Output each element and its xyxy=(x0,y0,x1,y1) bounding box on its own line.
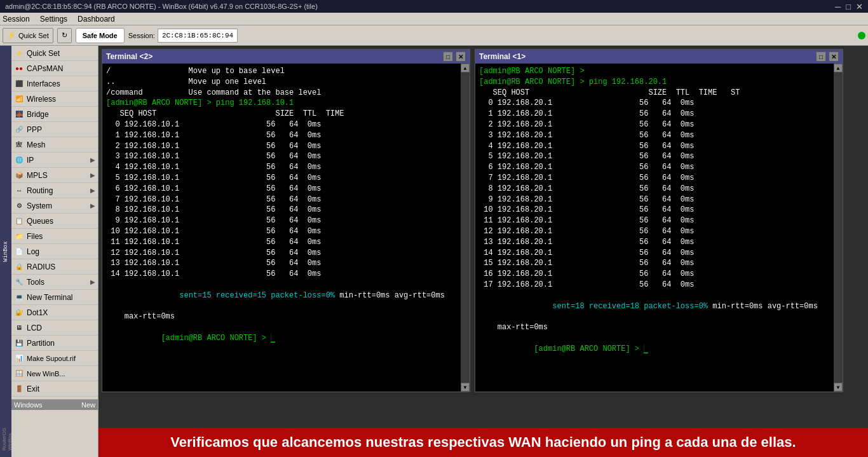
wireless-icon: 📶 xyxy=(14,94,24,104)
sidebar-item-new-winbox[interactable]: 🪟 New WinB... xyxy=(11,366,98,381)
terminal-2-scroll-down[interactable]: ▼ xyxy=(461,383,470,392)
mpls-arrow: ▶ xyxy=(90,172,95,179)
subtitle-text: Verificamos que alcancemos nuestras resp… xyxy=(170,434,796,450)
log-icon: 📄 xyxy=(14,247,24,257)
terminal-1-row: 7 192.168.20.1 56 64 0ms xyxy=(479,173,830,184)
terminal-2-row: 9 192.168.10.1 56 64 0ms xyxy=(106,215,457,226)
quick-set-button[interactable]: ⚡Quick Set xyxy=(3,28,53,43)
sidebar-item-ip[interactable]: 🌐 IP ▶ xyxy=(11,153,98,168)
terminal-2-title: Terminal <2> xyxy=(106,52,153,61)
routing-icon: ↔ xyxy=(14,186,24,196)
make-supout-icon: 📊 xyxy=(14,353,24,364)
terminal-1-scrollbar[interactable]: ▲ ▼ xyxy=(834,64,843,392)
refresh-button[interactable]: ↻ xyxy=(57,28,72,43)
terminal-1-controls: □ ✕ xyxy=(816,51,839,62)
sidebar-item-wireless[interactable]: 📶 Wireless xyxy=(11,92,98,107)
radius-icon: 🔒 xyxy=(14,262,24,272)
tools-icon: 🔧 xyxy=(14,277,24,287)
terminal-2-titlebar[interactable]: Terminal <2> □ ✕ xyxy=(102,50,470,64)
minimize-button[interactable]: ─ xyxy=(835,2,841,11)
sidebar-label-capsman: CAPsMAN xyxy=(27,64,63,73)
terminal-1-row: 14 192.168.20.1 56 64 0ms xyxy=(479,248,830,259)
sidebar-item-make-supout[interactable]: 📊 Make Supout.rif xyxy=(11,351,98,366)
sidebar-item-dot1x[interactable]: 🔐 Dot1X xyxy=(11,305,98,320)
menu-dashboard[interactable]: Dashboard xyxy=(78,15,115,24)
title-bar-controls: ─ □ ✕ xyxy=(835,2,863,11)
terminal-1-row: 15 192.168.20.1 56 64 0ms xyxy=(479,258,830,269)
sidebar-item-quickset[interactable]: ⚡ Quick Set xyxy=(11,46,98,61)
terminal-1-titlebar[interactable]: Terminal <1> □ ✕ xyxy=(475,50,843,64)
sidebar-item-queues[interactable]: 📋 Queues xyxy=(11,214,98,229)
connection-status-dot xyxy=(858,32,865,39)
terminal-2-row: 5 192.168.10.1 56 64 0ms xyxy=(106,173,457,184)
sidebar-item-interfaces[interactable]: ⬛ Interfaces xyxy=(11,76,98,92)
sidebar-item-system[interactable]: ⚙ System ▶ xyxy=(11,198,98,214)
sidebar-item-partition[interactable]: 💾 Partition xyxy=(11,336,98,351)
terminal-2-scrollbar[interactable]: ▲ ▼ xyxy=(461,64,470,392)
menu-settings[interactable]: Settings xyxy=(40,15,67,24)
terminal-window-1: Terminal <1> □ ✕ [admin@RB ARCO NORTE] >… xyxy=(475,49,843,392)
sidebar-item-routing[interactable]: ↔ Routing ▶ xyxy=(11,183,98,198)
sidebar-label-routing: Routing xyxy=(27,186,53,195)
terminal-1-row: 5 192.168.20.1 56 64 0ms xyxy=(479,151,830,162)
sidebar-item-radius[interactable]: 🔒 RADIUS xyxy=(11,259,98,275)
terminal-1-close[interactable]: ✕ xyxy=(829,51,839,62)
session-value: 2C:C8:1B:65:8C:94 xyxy=(158,29,238,43)
sidebar-item-bridge[interactable]: 🌉 Bridge xyxy=(11,107,98,122)
sidebar-item-mesh[interactable]: 🕸 Mesh xyxy=(11,137,98,153)
routing-arrow: ▶ xyxy=(90,187,95,194)
sidebar-label-lcd: LCD xyxy=(27,324,42,332)
terminal-2-controls: □ ✕ xyxy=(443,51,466,62)
terminal-1-row: 11 192.168.20.1 56 64 0ms xyxy=(479,215,830,226)
files-icon: 📁 xyxy=(14,231,24,242)
sidebar-item-lcd[interactable]: 🖥 LCD xyxy=(11,320,98,336)
terminal-1-row: 4 192.168.20.1 56 64 0ms xyxy=(479,141,830,152)
terminal-2-row: 6 192.168.10.1 56 64 0ms xyxy=(106,184,457,194)
dot1x-icon: 🔐 xyxy=(14,308,24,318)
terminal-1-row: 17 192.168.20.1 56 64 0ms xyxy=(479,280,830,290)
terminal-2-summary: sent=15 received=15 packet-loss=0% min-r… xyxy=(106,280,457,311)
sidebar-item-ppp[interactable]: 🔗 PPP xyxy=(11,122,98,137)
terminal-2-row: 1 192.168.10.1 56 64 0ms xyxy=(106,130,457,141)
sidebar-item-log[interactable]: 📄 Log xyxy=(11,244,98,259)
terminal-1-row: 9 192.168.20.1 56 64 0ms xyxy=(479,194,830,205)
queues-icon: 📋 xyxy=(14,216,24,226)
menu-session[interactable]: Session xyxy=(3,15,30,24)
sidebar-label-radius: RADIUS xyxy=(27,263,55,271)
maximize-button[interactable]: □ xyxy=(846,2,851,11)
sidebar-label-wireless: Wireless xyxy=(27,95,56,104)
terminal-2-close[interactable]: ✕ xyxy=(456,51,466,62)
terminal-1-maximize[interactable]: □ xyxy=(816,51,826,62)
sidebar-item-files[interactable]: 📁 Files xyxy=(11,229,98,244)
content-area: Terminal <2> □ ✕ / Move up to base level… xyxy=(98,46,868,457)
terminal-1-body[interactable]: [admin@RB ARCO NORTE] > [admin@RB ARCO N… xyxy=(475,64,834,392)
terminal-1-maxrtt: max-rtt=0ms xyxy=(479,322,830,333)
sidebar: WinBox ⚡ Quick Set ●● CAPsMAN ⬛ Interfac… xyxy=(0,46,98,457)
partition-icon: 💾 xyxy=(14,338,24,348)
sidebar-item-tools[interactable]: 🔧 Tools ▶ xyxy=(11,275,98,290)
capsman-icon: ●● xyxy=(14,64,24,74)
sidebar-item-new-terminal[interactable]: 💻 New Terminal xyxy=(11,290,98,305)
sidebar-item-exit[interactable]: 🚪 Exit xyxy=(11,381,98,397)
sidebar-label-new-winbox: New WinB... xyxy=(27,370,65,378)
terminal-1-scroll-up[interactable]: ▲ xyxy=(834,64,843,72)
title-bar: admin@2C:C8:1B:b5:8C:94 (RB ARCO NORTE) … xyxy=(0,0,868,13)
system-arrow: ▶ xyxy=(90,202,95,209)
windows-new-button[interactable]: New xyxy=(81,401,95,409)
sidebar-item-capsman[interactable]: ●● CAPsMAN xyxy=(11,61,98,76)
terminal-2-body[interactable]: / Move up to base level .. Move up one l… xyxy=(102,64,461,392)
close-button[interactable]: ✕ xyxy=(856,2,863,11)
terminal-1-row: 10 192.168.20.1 56 64 0ms xyxy=(479,205,830,215)
sidebar-label-system: System xyxy=(27,201,52,210)
tools-arrow: ▶ xyxy=(90,278,95,285)
terminal-1-summary: sent=18 received=18 packet-loss=0% min-r… xyxy=(479,290,830,322)
safe-mode-button[interactable]: Safe Mode xyxy=(76,28,125,43)
terminal-2-row: 11 192.168.10.1 56 64 0ms xyxy=(106,237,457,248)
terminal-2-row: 8 192.168.10.1 56 64 0ms xyxy=(106,205,457,215)
sidebar-item-mpls[interactable]: 📦 MPLS ▶ xyxy=(11,168,98,183)
terminal-2-maximize[interactable]: □ xyxy=(443,51,453,62)
terminal-2-scroll-up[interactable]: ▲ xyxy=(461,64,470,72)
terminal-1-row: 3 192.168.20.1 56 64 0ms xyxy=(479,130,830,141)
terminal-1-scroll-down[interactable]: ▼ xyxy=(834,383,843,392)
terminal-2-row: 10 192.168.10.1 56 64 0ms xyxy=(106,226,457,237)
